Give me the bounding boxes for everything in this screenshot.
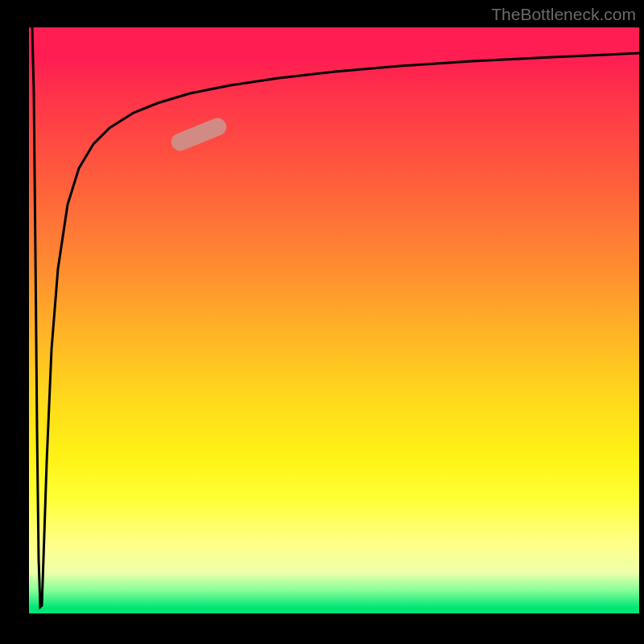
- chart-plot-area: [29, 27, 639, 613]
- watermark-text: TheBottleneck.com: [491, 5, 636, 24]
- main-curve-path: [32, 27, 639, 607]
- bottleneck-curve-svg: [29, 27, 639, 613]
